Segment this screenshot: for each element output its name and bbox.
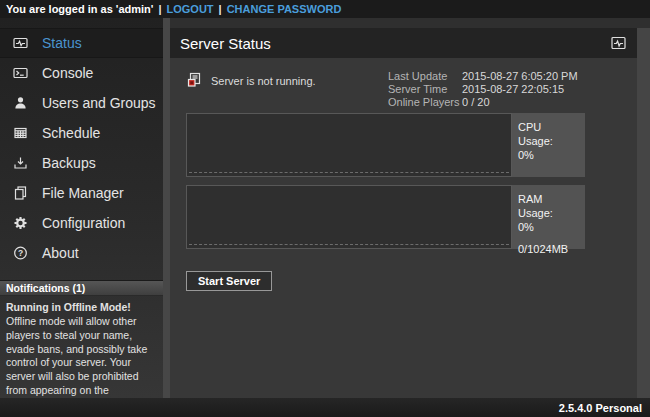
sidebar-item-about[interactable]: ? About [0, 238, 163, 268]
topbar: You are logged in as 'admin' | LOGOUT | … [0, 0, 650, 18]
info-label: Last Update [388, 70, 462, 82]
separator: | [158, 3, 161, 15]
main-body: Server is not running. Last Update 2015-… [170, 58, 650, 398]
sidebar-item-label: File Manager [42, 185, 124, 201]
file-manager-icon [12, 185, 29, 201]
change-password-link[interactable]: CHANGE PASSWORD [227, 3, 342, 15]
sidebar-item-schedule[interactable]: Schedule [0, 118, 163, 148]
cpu-usage-chart [186, 113, 512, 177]
gear-icon [12, 215, 29, 231]
schedule-icon [12, 125, 29, 141]
help-icon: ? [12, 245, 29, 261]
main-header: Server Status [170, 28, 637, 58]
footer: 2.5.4.0 Personal [0, 398, 650, 417]
info-value: 2015-08-27 6:05:20 PM [462, 70, 585, 82]
main-top-gap [170, 18, 650, 28]
server-status-message: Server is not running. [211, 75, 316, 87]
svg-text:?: ? [18, 248, 23, 258]
logged-in-text: You are logged in as 'admin' [6, 3, 153, 15]
ram-usage-label: RAM Usage: [518, 193, 579, 221]
cpu-usage-label: CPU Usage: [518, 121, 579, 149]
server-stopped-icon [186, 72, 202, 90]
main-panel: Server Status [170, 18, 650, 398]
sidebar-menu: Status Console [0, 18, 163, 268]
start-server-button[interactable]: Start Server [186, 271, 272, 291]
server-info-table: Last Update 2015-08-27 6:05:20 PM Server… [388, 70, 585, 108]
info-value: 2015-08-27 22:05:15 [462, 83, 585, 95]
status-row: Server is not running. Last Update 2015-… [186, 70, 585, 108]
sidebar-divider [163, 18, 170, 398]
ram-usage-label-box: RAM Usage: 0% 0/1024MB [512, 185, 585, 249]
sidebar-item-configuration[interactable]: Configuration [0, 208, 163, 238]
users-icon [12, 95, 29, 111]
status-chart-icon [610, 36, 627, 50]
sidebar-item-label: About [42, 245, 79, 261]
ram-usage-chart [186, 185, 512, 249]
sidebar-item-label: Users and Groups [42, 95, 156, 111]
sidebar-item-label: Backups [42, 155, 96, 171]
logout-link[interactable]: LOGOUT [167, 3, 214, 15]
chart-zero-baseline [189, 172, 509, 173]
status-icon [12, 35, 29, 51]
info-label: Server Time [388, 83, 462, 95]
scrollbar[interactable] [637, 28, 650, 398]
sidebar-item-users-and-groups[interactable]: Users and Groups [0, 88, 163, 118]
info-label: Online Players [388, 96, 462, 108]
notification-title: Running in Offline Mode! [6, 301, 157, 315]
backups-icon [12, 155, 29, 171]
sidebar-item-status[interactable]: Status [0, 28, 163, 58]
sidebar-item-file-manager[interactable]: File Manager [0, 178, 163, 208]
version-label: 2.5.4.0 Personal [559, 402, 642, 414]
ram-usage-detail: 0/1024MB [518, 243, 579, 257]
cpu-usage-panel: CPU Usage: 0% [186, 113, 585, 177]
sidebar-item-label: Schedule [42, 125, 100, 141]
info-value: 0 / 20 [462, 96, 585, 108]
chart-zero-baseline [189, 244, 509, 245]
sidebar-item-backups[interactable]: Backups [0, 148, 163, 178]
sidebar-item-label: Configuration [42, 215, 125, 231]
sidebar-item-label: Status [42, 35, 82, 51]
mcmyadmin-app: You are logged in as 'admin' | LOGOUT | … [0, 0, 650, 417]
separator: | [219, 3, 222, 15]
page-title: Server Status [180, 35, 271, 52]
sidebar-item-console[interactable]: Console [0, 58, 163, 88]
server-status-message-group: Server is not running. [186, 70, 316, 90]
notifications-header: Notifications (1) [0, 280, 163, 296]
sidebar: Status Console [0, 18, 163, 398]
ram-usage-value: 0% [518, 221, 579, 235]
cpu-usage-value: 0% [518, 149, 579, 163]
ram-usage-panel: RAM Usage: 0% 0/1024MB [186, 185, 585, 249]
sidebar-item-label: Console [42, 65, 93, 81]
console-icon [12, 65, 29, 81]
layout: Status Console [0, 18, 650, 398]
cpu-usage-label-box: CPU Usage: 0% [512, 113, 585, 177]
